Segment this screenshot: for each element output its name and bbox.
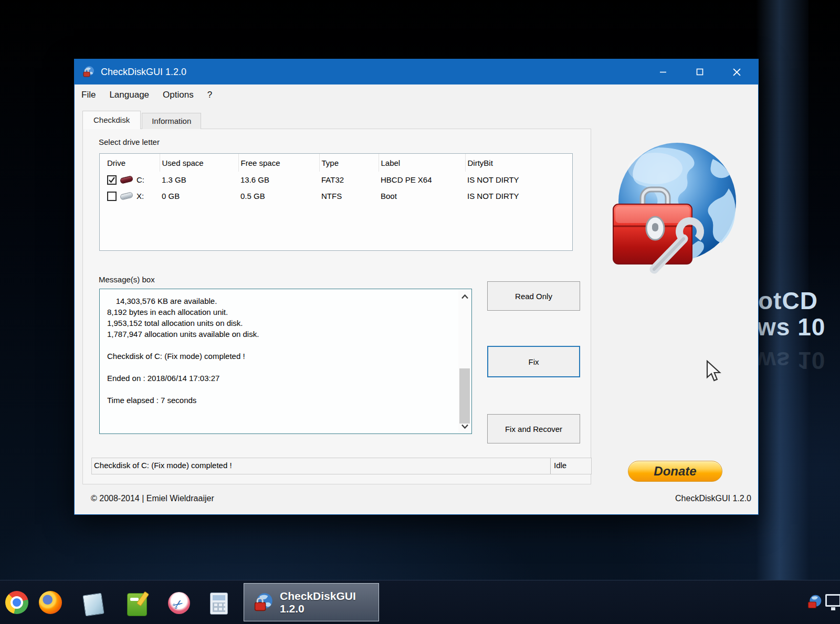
drive-c-label: HBCD PE X64 [379,172,465,188]
checkdiskgui-logo [610,138,768,327]
checkdiskgui-tray-icon[interactable] [806,594,822,610]
drive-c-used: 1.3 GB [160,172,238,188]
menu-file[interactable]: File [75,87,102,103]
tab-checkdisk[interactable]: Checkdisk [82,111,141,129]
notepad-icon[interactable] [82,593,104,617]
title-bar[interactable]: CheckDiskGUI 1.2.0 [75,59,758,84]
calculator-icon[interactable] [210,593,228,615]
drive-row-c[interactable]: C: 1.3 GB 13.6 GB FAT32 HBCD PE X64 IS N… [100,172,572,188]
drive-c-free: 13.6 GB [238,172,319,188]
drive-x-checkbox[interactable] [107,192,117,201]
maximize-icon [696,68,704,76]
close-button[interactable] [718,59,755,84]
chevron-up-icon [461,294,468,299]
message-line: 1,953,152 total allocation units on disk… [107,319,456,330]
drive-table-header: Drive Used space Free space Type Label D… [100,154,572,172]
message-line: Time elapsed : 7 seconds [107,396,456,407]
col-free-space[interactable]: Free space [238,154,319,172]
col-used-space[interactable]: Used space [160,154,238,172]
donate-button[interactable]: Donate [628,461,722,482]
footer-version: CheckDiskGUI 1.2.0 [675,494,751,503]
message-line [107,341,456,352]
wallpaper-text-reflection: ws 10 [757,346,825,375]
checkdiskgui-task-icon [253,591,274,614]
drive-table: Drive Used space Free space Type Label D… [100,154,572,204]
menu-options[interactable]: Options [156,87,201,103]
task-button-label: CheckDiskGUI 1.2.0 [280,590,379,615]
scroll-down-button[interactable] [458,419,471,433]
chevron-down-icon [461,424,468,429]
minimize-button[interactable] [645,59,681,84]
tab-strip: Checkdisk Information [82,112,201,129]
status-bar: Checkdisk of C: (Fix mode) completed ! I… [91,458,592,474]
message-line: Checkdisk of C: (Fix mode) completed ! [107,352,456,363]
taskbar-checkdiskgui-button[interactable]: CheckDiskGUI 1.2.0 [244,583,379,621]
checkmark-icon [108,176,116,184]
editor-icon[interactable] [127,593,147,616]
close-icon [733,68,741,76]
col-type[interactable]: Type [319,154,379,172]
drive-c-checkbox[interactable] [107,175,117,185]
drive-c-type: FAT32 [319,172,379,188]
message-line [107,363,456,374]
drive-list: Drive Used space Free space Type Label D… [99,153,573,251]
taskbar: CheckDiskGUI 1.2.0 [0,580,840,624]
message-line: 14,303,576 KB are available. [107,297,456,308]
display-icon[interactable] [825,594,840,607]
messages-box[interactable]: 14,303,576 KB are available. 8,192 bytes… [99,289,472,434]
drive-x-letter: X: [136,192,144,200]
col-drive[interactable]: Drive [100,154,160,172]
drive-row-x[interactable]: X: 0 GB 0.5 GB NTFS Boot IS NOT DIRTY [100,188,572,204]
messages-scrollbar[interactable] [458,290,471,433]
scrollbar-thumb[interactable] [459,368,470,424]
message-line: 1,787,947 allocation units available on … [107,330,456,341]
fix-button[interactable]: Fix [487,346,580,377]
drive-c-icon [120,175,133,184]
menu-help[interactable]: ? [201,87,219,103]
window-controls [645,59,755,84]
col-label[interactable]: Label [379,154,465,172]
firefox-icon[interactable] [39,591,62,614]
fix-and-recover-button[interactable]: Fix and Recover [487,414,580,443]
messages-label: Message(s) box [99,275,155,284]
minimize-icon [659,68,667,76]
snipping-tool-icon[interactable] [168,592,190,614]
scroll-up-button[interactable] [458,290,471,303]
message-line [107,385,456,396]
drive-x-icon [120,192,133,200]
footer-copyright: © 2008-2014 | Emiel Wieldraaijer [91,494,214,503]
window-title: CheckDiskGUI 1.2.0 [101,67,186,78]
menu-bar: File Language Options ? [75,84,758,105]
col-dirtybit[interactable]: DirtyBit [465,154,572,172]
drive-x-used: 0 GB [160,188,238,204]
tab-information[interactable]: Information [142,113,201,129]
message-line: Ended on : 2018/06/14 17:03:27 [107,374,456,385]
drive-c-dirtybit: IS NOT DIRTY [465,172,572,188]
drive-c-letter: C: [136,175,144,184]
drive-x-dirtybit: IS NOT DIRTY [465,188,572,204]
drive-x-label: Boot [379,188,465,204]
mouse-cursor [706,360,722,382]
maximize-button[interactable] [681,59,718,84]
message-line: 8,192 bytes in each allocation unit. [107,308,456,319]
drive-group-label: Select drive letter [99,138,160,146]
status-state: Idle [554,461,566,470]
chrome-icon[interactable] [5,591,28,614]
messages-text: 14,303,576 KB are available. 8,192 bytes… [107,297,456,407]
drive-x-type: NTFS [319,188,379,204]
checkdiskgui-window: CheckDiskGUI 1.2.0 File Language Options… [74,59,759,515]
status-separator [550,458,551,474]
status-message: Checkdisk of C: (Fix mode) completed ! [94,461,232,470]
drive-x-free: 0.5 GB [238,188,319,204]
app-logo-icon [82,65,96,79]
checkdisk-tab-page: Select drive letter Drive Used space Fre… [82,129,591,484]
menu-language[interactable]: Language [102,87,156,103]
read-only-button[interactable]: Read Only [487,281,580,311]
